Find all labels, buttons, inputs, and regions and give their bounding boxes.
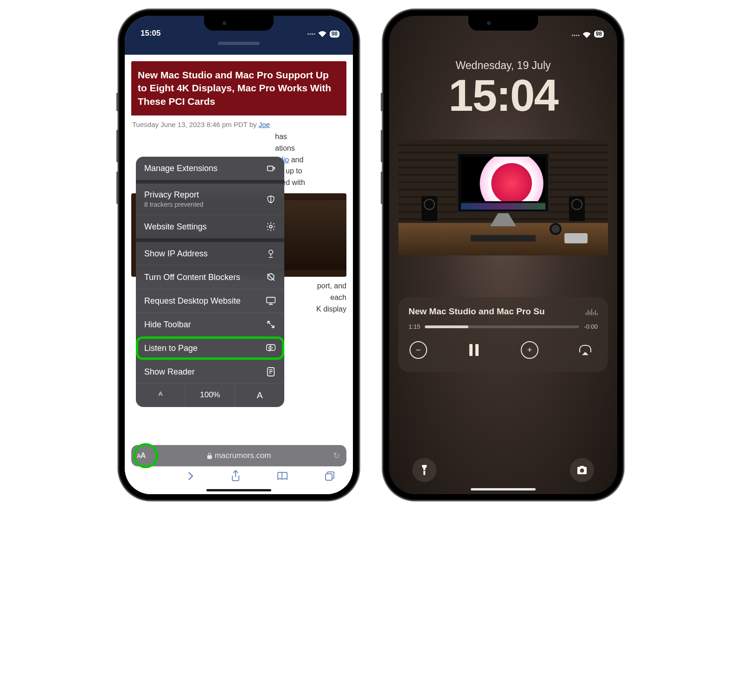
shield-icon (266, 194, 276, 204)
zoom-in[interactable]: A (235, 384, 284, 407)
desktop-icon (266, 296, 276, 306)
lock-screen-time: 15:04 (389, 70, 617, 121)
recording-dots-icon: •••• (572, 33, 580, 38)
menu-show-ip[interactable]: Show IP Address (136, 238, 284, 265)
progress-row[interactable]: 1:15 -0:00 (409, 323, 598, 330)
svg-point-1 (269, 225, 272, 228)
url-domain[interactable]: macrumors.com (145, 451, 333, 460)
pause-button[interactable] (462, 338, 486, 362)
menu-show-reader[interactable]: Show Reader (136, 360, 284, 383)
speed-up-button[interactable]: + (521, 341, 538, 359)
page-settings-popup: Manage Extensions Privacy Report8 tracke… (136, 157, 284, 407)
svg-point-9 (424, 470, 425, 471)
waveform-icon (586, 308, 598, 315)
menu-website-settings[interactable]: Website Settings (136, 215, 284, 238)
menu-request-desktop[interactable]: Request Desktop Website (136, 289, 284, 312)
location-pin-icon (266, 248, 276, 259)
home-indicator[interactable] (206, 489, 271, 491)
tabs-button[interactable] (324, 471, 335, 484)
menu-manage-extensions[interactable]: Manage Extensions (136, 157, 284, 180)
left-screen: 15:05 •••• 98 New Mac Studio and Mac Pro… (125, 16, 353, 494)
right-screen: •••• 98 Wednesday, 19 July 15:04 New Mac… (389, 16, 617, 494)
home-indicator[interactable] (471, 488, 536, 490)
menu-hide-toolbar[interactable]: Hide Toolbar (136, 312, 284, 336)
gear-icon (266, 222, 276, 232)
expand-arrows-icon (266, 319, 276, 330)
camera-button[interactable] (570, 458, 594, 482)
zoom-out[interactable]: A (136, 384, 185, 407)
svg-point-2 (269, 250, 273, 254)
puzzle-icon (266, 163, 276, 173)
hexagon-slash-icon (266, 272, 276, 282)
svg-rect-5 (268, 368, 275, 376)
aa-highlight-circle (133, 443, 158, 468)
lock-icon (207, 453, 212, 459)
menu-listen-to-page[interactable]: Listen to Page (136, 336, 284, 360)
menu-privacy-report[interactable]: Privacy Report8 trackers prevented (136, 180, 284, 215)
svg-rect-6 (326, 474, 332, 480)
zoom-row: A 100% A (136, 383, 284, 407)
status-clock: 15:05 (141, 29, 160, 38)
back-button[interactable] (142, 471, 151, 484)
playback-controls: − + (409, 338, 598, 362)
article-meta: Tuesday June 13, 2023 8:46 pm PDT by Joe (131, 115, 346, 128)
notch (468, 16, 538, 31)
flashlight-button[interactable] (412, 458, 436, 482)
menu-content-blockers[interactable]: Turn Off Content Blockers (136, 265, 284, 289)
notch (204, 16, 274, 31)
recording-dots-icon: •••• (307, 32, 316, 37)
wifi-icon (583, 32, 591, 38)
svg-rect-3 (267, 297, 275, 303)
now-playing-title: New Mac Studio and Mac Pro Su (409, 306, 545, 317)
tab-picker-bar (125, 41, 353, 55)
now-playing-card[interactable]: New Mac Studio and Mac Pro Su 1:15 -0:00… (398, 297, 608, 372)
reader-icon (266, 367, 276, 377)
svg-rect-0 (268, 166, 273, 171)
reload-button[interactable]: ↻ (333, 451, 340, 461)
speaker-bubble-icon (266, 343, 276, 353)
elapsed-time: 1:15 (409, 323, 420, 330)
url-bar[interactable]: AA macrumors.com ↻ (131, 445, 346, 466)
airplay-button[interactable] (574, 338, 597, 362)
share-button[interactable] (230, 470, 241, 485)
author-link[interactable]: Joe (259, 121, 270, 128)
airplay-icon (579, 345, 591, 355)
webpage-area[interactable]: New Mac Studio and Mac Pro Support Up to… (125, 55, 353, 494)
phone-mockup-left: 15:05 •••• 98 New Mac Studio and Mac Pro… (118, 9, 359, 501)
article-title: New Mac Studio and Mac Pro Support Up to… (131, 61, 346, 115)
svg-rect-8 (475, 344, 479, 356)
svg-rect-7 (469, 344, 473, 356)
forward-button[interactable] (186, 471, 195, 484)
svg-point-10 (580, 469, 584, 473)
lock-screen-bottom (389, 458, 617, 482)
speed-down-button[interactable]: − (409, 341, 427, 359)
zoom-level[interactable]: 100% (185, 384, 235, 407)
safari-toolbar (125, 467, 353, 488)
phone-mockup-right: •••• 98 Wednesday, 19 July 15:04 New Mac… (383, 9, 624, 501)
bookmarks-button[interactable] (276, 471, 288, 484)
battery-pill: 98 (329, 30, 340, 38)
remaining-time: -0:00 (584, 323, 598, 330)
lock-screen-hero-image (398, 140, 608, 255)
wifi-icon (319, 31, 326, 37)
battery-pill: 98 (594, 30, 604, 38)
scrubber[interactable] (425, 325, 579, 328)
